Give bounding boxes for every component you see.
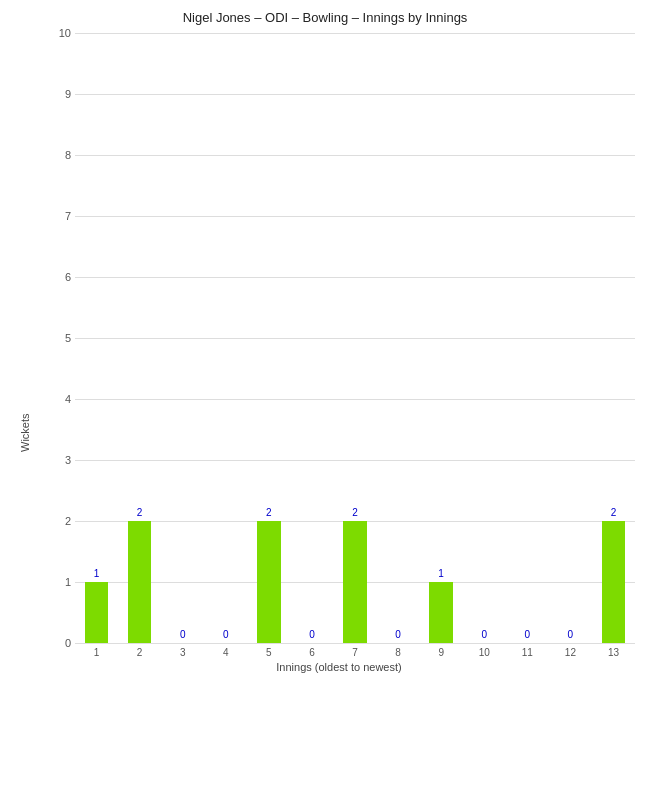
grid-line xyxy=(75,277,635,278)
bar-value-label: 1 xyxy=(429,568,453,579)
y-tick-label: 4 xyxy=(43,393,71,405)
y-tick-label: 10 xyxy=(43,27,71,39)
y-tick-label: 2 xyxy=(43,515,71,527)
bar-value-label: 0 xyxy=(300,629,324,640)
bar-value-label: 0 xyxy=(386,629,410,640)
grid-line xyxy=(75,94,635,95)
x-tick-label: 5 xyxy=(247,647,290,658)
x-tick-label: 12 xyxy=(549,647,592,658)
grid-line xyxy=(75,33,635,34)
y-tick-label: 0 xyxy=(43,637,71,649)
x-tick-label: 11 xyxy=(506,647,549,658)
bar xyxy=(343,521,367,643)
bar-value-label: 0 xyxy=(171,629,195,640)
bar xyxy=(128,521,152,643)
chart-title: Nigel Jones – ODI – Bowling – Innings by… xyxy=(183,10,468,25)
grid-line xyxy=(75,643,635,644)
chart-container: Nigel Jones – ODI – Bowling – Innings by… xyxy=(0,0,650,800)
x-tick-label: 6 xyxy=(290,647,333,658)
x-tick-label: 13 xyxy=(592,647,635,658)
x-tick-label: 10 xyxy=(463,647,506,658)
x-tick-label: 3 xyxy=(161,647,204,658)
x-tick-label: 7 xyxy=(333,647,376,658)
x-tick-label: 2 xyxy=(118,647,161,658)
bar xyxy=(602,521,626,643)
bar xyxy=(85,582,109,643)
bar-value-label: 0 xyxy=(515,629,539,640)
bar-value-label: 2 xyxy=(257,507,281,518)
grid-line xyxy=(75,460,635,461)
y-tick-label: 5 xyxy=(43,332,71,344)
y-tick-label: 3 xyxy=(43,454,71,466)
bar-value-label: 2 xyxy=(343,507,367,518)
bar-value-label: 0 xyxy=(559,629,583,640)
bar-value-label: 1 xyxy=(85,568,109,579)
grid-line xyxy=(75,155,635,156)
y-tick-label: 8 xyxy=(43,149,71,161)
y-axis-label: Wickets xyxy=(15,33,35,800)
y-tick-label: 6 xyxy=(43,271,71,283)
bar-value-label: 0 xyxy=(214,629,238,640)
x-tick-label: 8 xyxy=(377,647,420,658)
x-tick-label: 4 xyxy=(204,647,247,658)
y-tick-label: 1 xyxy=(43,576,71,588)
grid-line xyxy=(75,216,635,217)
bar-value-label: 2 xyxy=(128,507,152,518)
y-tick-label: 9 xyxy=(43,88,71,100)
bar-value-label: 2 xyxy=(602,507,626,518)
bar xyxy=(429,582,453,643)
grid-line xyxy=(75,338,635,339)
x-axis-title: Innings (oldest to newest) xyxy=(43,661,635,673)
bar xyxy=(257,521,281,643)
y-tick-label: 7 xyxy=(43,210,71,222)
grid-line xyxy=(75,399,635,400)
x-tick-label: 1 xyxy=(75,647,118,658)
x-tick-label: 9 xyxy=(420,647,463,658)
bar-value-label: 0 xyxy=(472,629,496,640)
